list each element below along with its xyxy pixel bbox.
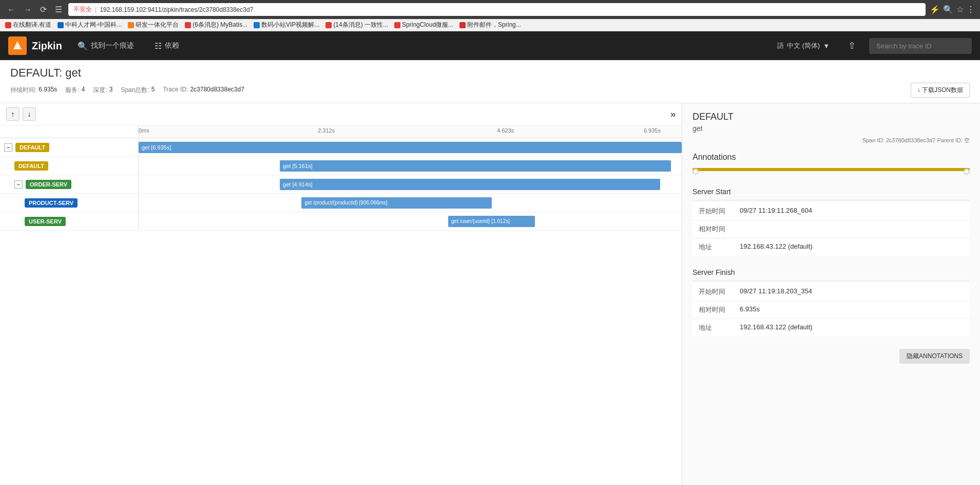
server-finish-title: Server Finish	[693, 264, 970, 281]
detail-span-name: get	[693, 124, 970, 133]
depth-label: 深度:	[93, 86, 107, 95]
bookmark-icon	[394, 22, 400, 28]
list-item: 相对时间	[693, 220, 970, 238]
service-badge-userserv: USER-SERV	[25, 217, 66, 226]
list-item: 相对时间 6.935s	[693, 301, 970, 319]
depth-value: 3	[109, 86, 113, 95]
annotation-key: 地址	[699, 323, 740, 332]
collapse-row1-button[interactable]: −	[4, 143, 12, 152]
find-trace-label: 找到一个痕迹	[91, 41, 134, 50]
span-bar-row3[interactable]: get [4.914s]	[280, 179, 660, 190]
collapse-down-button[interactable]: ↓	[23, 107, 36, 121]
annotation-val: 09/27 11:19:18.203_354	[740, 287, 964, 296]
forward-button[interactable]: →	[22, 4, 34, 15]
expand-panel-button[interactable]: »	[670, 109, 676, 120]
page-title: DEFAULT: get	[10, 66, 970, 80]
bookmark-label: (6条消息) MyBatis...	[193, 21, 247, 29]
service-badge-default2: DEFAULT	[14, 161, 48, 171]
search-trace-input[interactable]	[869, 38, 972, 54]
span-bar-row1[interactable]: get [6.935s]	[139, 142, 682, 153]
bookmark-mail[interactable]: 附件邮件，Spring...	[459, 21, 521, 29]
secure-label: 不安全	[73, 5, 92, 14]
address-separator: |	[95, 6, 97, 13]
table-row: PRODUCT-SERV get /product/{productid} [9…	[0, 194, 682, 212]
bookmark-icon	[325, 22, 332, 28]
spans-value: 5	[151, 86, 155, 95]
row-label-cell: USER-SERV	[0, 212, 139, 230]
nav-language-selector[interactable]: 語 中文 (简体) ▼	[772, 38, 835, 53]
home-button[interactable]: ☰	[53, 4, 64, 15]
bookmark-springcloud[interactable]: SpringCloud微服...	[394, 21, 453, 29]
row-span-cell[interactable]: get /product/{productid} [906.066ms]	[139, 194, 682, 212]
reload-button[interactable]: ⟳	[38, 4, 49, 15]
page-meta-left: 持续时间: 6.935s 服务: 4 深度: 3 Span总数: 5 Trace…	[10, 86, 244, 95]
upload-button[interactable]: ⇧	[845, 37, 859, 54]
nav-find-trace[interactable]: 🔍 找到一个痕迹	[72, 37, 139, 55]
search-nav-icon: 🔍	[78, 41, 88, 51]
list-item: 开始时间 09/27 11:19:11.268_604	[693, 202, 970, 220]
span-bar-row2[interactable]: get [5.161s]	[280, 160, 671, 172]
table-row: DEFAULT get [5.161s]	[0, 157, 682, 175]
bookmark-consistency[interactable]: (14条消息) 一致性...	[325, 21, 388, 29]
spans-meta: Span总数: 5	[121, 86, 155, 95]
traceid-value: 2c3780d8338ec3d7	[190, 86, 244, 95]
annotation-bar-container	[693, 168, 970, 175]
service-badge-default1: DEFAULT	[15, 143, 49, 152]
timeline-labels-col	[0, 125, 139, 138]
bookmark-label: 研发一体化平台	[136, 21, 179, 29]
row-span-cell[interactable]: get [4.914s]	[139, 175, 682, 193]
list-item: 开始时间 09/27 11:19:18.203_354	[693, 283, 970, 301]
zipkin-logo[interactable]: Zipkin	[8, 36, 62, 55]
server-finish-section: Server Finish 开始时间 09/27 11:19:18.203_35…	[693, 264, 970, 337]
svg-marker-0	[13, 41, 22, 49]
bookmark-label: 中科人才网-中国科...	[65, 21, 122, 29]
address-bar[interactable]: 不安全 | 192.168.159.102:9411/zipkin/traces…	[68, 3, 926, 16]
bookmark-label: 数码小站VIP视频解...	[261, 21, 319, 29]
download-json-button[interactable]: ↓ 下载JSON数据	[911, 83, 970, 98]
collapse-row3-button[interactable]: −	[14, 180, 23, 189]
table-row: USER-SERV get /user/{userid} [1.012s]	[0, 212, 682, 231]
collapse-up-button[interactable]: ↑	[6, 107, 20, 121]
chevron-down-icon: ▼	[823, 42, 830, 50]
detail-panel: DEFAULT get Span ID: 2c3780d8338ec3d7 Pa…	[682, 103, 980, 485]
ruler-mark-1: 2.312s	[318, 127, 335, 134]
nav-dependency[interactable]: ☷ 依赖	[149, 37, 184, 55]
row-label-cell: − ORDER-SERV	[0, 175, 139, 193]
bookmark-yanfa[interactable]: 研发一体化平台	[128, 21, 179, 29]
span-bar-row4[interactable]: get /product/{productid} [906.066ms]	[301, 197, 491, 209]
hide-annotations-button[interactable]: 隐藏ANNOTATIONS	[899, 349, 970, 364]
row-label-cell: DEFAULT	[0, 157, 139, 175]
annotation-key: 相对时间	[699, 305, 740, 314]
timeline-header: 0ms 2.312s 4.623s 6.935s	[0, 125, 682, 138]
annotation-bar-track	[693, 168, 970, 171]
row-span-cell[interactable]: get [5.161s]	[139, 157, 682, 175]
bookmark-icon	[5, 22, 11, 28]
annotation-val: 192.168.43.122 (default)	[740, 242, 964, 252]
traceid-meta: Trace ID: 2c3780d8338ec3d7	[163, 86, 244, 95]
spans-label: Span总数:	[121, 86, 149, 95]
back-button[interactable]: ←	[5, 4, 17, 15]
annotation-key: 开始时间	[699, 287, 740, 296]
span-bar-row5[interactable]: get /user/{userid} [1.012s]	[448, 216, 535, 227]
annotations-section-title: Annotations	[693, 153, 970, 162]
translate-icon: 語	[777, 41, 784, 50]
services-value: 4	[82, 86, 85, 95]
star-icon: ☆	[956, 5, 964, 14]
dependency-icon: ☷	[155, 41, 162, 51]
main-content: ↑ ↓ » 0ms 2.312s 4.623s 6.935s −	[0, 103, 980, 485]
bookmark-shumazhan[interactable]: 数码小站VIP视频解...	[254, 21, 319, 29]
server-start-title: Server Start	[693, 183, 970, 200]
bookmark-youdao[interactable]: 在线翻译,有道	[5, 21, 51, 29]
services-label: 服务:	[65, 86, 79, 95]
lightning-icon: ⚡	[930, 5, 940, 14]
row-span-cell[interactable]: get /user/{userid} [1.012s]	[139, 212, 682, 230]
bookmark-icon	[57, 22, 64, 28]
bookmark-icon	[185, 22, 191, 28]
bookmark-mybatis[interactable]: (6条消息) MyBatis...	[185, 21, 247, 29]
annotation-val: 09/27 11:19:11.268_604	[740, 207, 964, 216]
duration-value: 6.935s	[39, 86, 57, 95]
row-span-cell[interactable]: get [6.935s]	[139, 138, 682, 156]
table-row: − ORDER-SERV get [4.914s]	[0, 175, 682, 194]
bookmark-zhongke[interactable]: 中科人才网-中国科...	[57, 21, 122, 29]
bookmark-icon	[254, 22, 260, 28]
